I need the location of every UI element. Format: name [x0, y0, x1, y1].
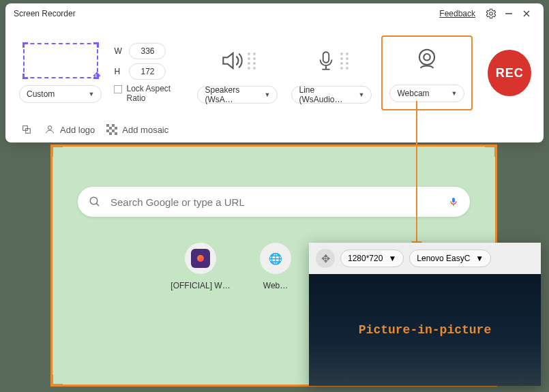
- pip-window[interactable]: ✥ 1280*720 ▼ Lenovo EasyC ▼ Picture-in-p…: [309, 243, 541, 386]
- height-input[interactable]: [129, 63, 166, 80]
- svg-rect-20: [115, 132, 117, 135]
- svg-rect-13: [106, 124, 109, 127]
- svg-point-0: [490, 12, 493, 16]
- search-icon: [89, 196, 101, 208]
- dimensions-column: W H Lock Aspect Ratio: [114, 43, 181, 103]
- chevron-down-icon: ▼: [388, 254, 396, 263]
- shortcut-item[interactable]: 🌐 Web…: [241, 243, 310, 290]
- mic-dropdown-label: Line (WsAudio…: [299, 85, 358, 104]
- google-logo-partial: ◡: [289, 145, 322, 164]
- pip-overlay-text: Picture-in-picture: [359, 323, 491, 337]
- minimize-icon[interactable]: [500, 5, 518, 22]
- mic-column: Line (WsAudio… ▼: [287, 42, 376, 104]
- svg-rect-19: [109, 132, 112, 135]
- settings-icon[interactable]: [482, 5, 500, 22]
- pip-move-handle-icon[interactable]: ✥: [316, 249, 335, 268]
- height-label: H: [114, 67, 123, 76]
- feedback-link[interactable]: Feedback: [439, 9, 475, 18]
- crop-icon: [20, 123, 33, 136]
- svg-rect-16: [115, 127, 117, 130]
- drag-dots-icon[interactable]: [248, 52, 250, 70]
- record-button[interactable]: REC: [488, 50, 531, 96]
- svg-line-22: [96, 203, 99, 206]
- drag-dots-icon[interactable]: [340, 52, 343, 70]
- svg-rect-14: [112, 124, 115, 127]
- webcam-icon: [414, 46, 440, 72]
- capture-mode-label: Custom: [27, 89, 55, 99]
- capture-mode-dropdown[interactable]: Custom ▼: [19, 85, 102, 103]
- svg-rect-23: [452, 198, 455, 202]
- search-bar[interactable]: [78, 187, 470, 217]
- add-logo-button[interactable]: Add logo: [44, 123, 95, 136]
- secondary-toolbar: Add logo Add mosaic: [5, 119, 544, 142]
- drag-dots-icon[interactable]: [253, 52, 256, 70]
- chevron-down-icon: ▼: [359, 91, 365, 98]
- svg-rect-18: [112, 130, 115, 132]
- speaker-column: Speakers (WsA… ▼: [193, 42, 282, 104]
- svg-rect-15: [109, 127, 112, 130]
- speaker-icon: [219, 48, 245, 74]
- drag-dots-icon[interactable]: [346, 52, 348, 70]
- app-title: Screen Recorder: [14, 9, 76, 18]
- chevron-down-icon: ▼: [89, 91, 95, 97]
- svg-point-9: [424, 54, 431, 61]
- svg-marker-4: [224, 53, 233, 68]
- shortcut-label: Web…: [263, 281, 288, 290]
- microphone-icon: [314, 48, 338, 74]
- shortcut-label: [OFFICIAL] W…: [170, 281, 230, 290]
- add-logo-label: Add logo: [60, 125, 95, 135]
- add-mosaic-button[interactable]: Add mosaic: [106, 123, 168, 136]
- speaker-dropdown[interactable]: Speakers (WsA… ▼: [197, 86, 278, 104]
- recorder-panel: Screen Recorder Feedback ✥ Custom ▼: [5, 3, 544, 142]
- pip-resolution-label: 1280*720: [348, 254, 383, 263]
- close-icon[interactable]: [518, 5, 535, 22]
- width-input[interactable]: [129, 43, 166, 59]
- chevron-down-icon: ▼: [451, 90, 458, 97]
- svg-point-21: [90, 197, 98, 205]
- person-icon: [44, 123, 56, 136]
- webcam-column: Webcam ▼: [381, 35, 473, 110]
- pip-resolution-dropdown[interactable]: 1280*720 ▼: [340, 250, 404, 267]
- svg-point-8: [419, 50, 434, 65]
- capture-column: ✥ Custom ▼: [19, 43, 102, 103]
- svg-point-12: [48, 126, 51, 130]
- app-icon: [191, 249, 210, 268]
- pip-device-label: Lenovo EasyC: [417, 254, 470, 263]
- width-label: W: [114, 46, 123, 56]
- voice-search-icon[interactable]: [448, 195, 459, 209]
- mosaic-icon: [106, 123, 118, 136]
- svg-rect-17: [106, 130, 109, 132]
- pip-toolbar: ✥ 1280*720 ▼ Lenovo EasyC ▼: [309, 243, 541, 274]
- search-input[interactable]: [110, 196, 439, 208]
- svg-rect-10: [23, 126, 28, 131]
- record-label: REC: [496, 66, 524, 80]
- add-mosaic-label: Add mosaic: [122, 125, 168, 135]
- crop-button[interactable]: [20, 123, 33, 136]
- lock-aspect-checkbox[interactable]: [114, 85, 122, 93]
- shortcut-item[interactable]: [OFFICIAL] W…: [166, 243, 235, 290]
- globe-icon: 🌐: [269, 252, 282, 265]
- chevron-down-icon: ▼: [265, 91, 271, 98]
- webcam-dropdown-label: Webcam: [397, 89, 429, 98]
- capture-region-preview[interactable]: ✥: [23, 43, 98, 78]
- controls-row: ✥ Custom ▼ W H Lock Aspect Ratio: [5, 24, 544, 119]
- svg-rect-5: [323, 52, 329, 63]
- pip-preview: Picture-in-picture: [309, 274, 541, 386]
- svg-rect-11: [26, 129, 31, 134]
- mic-dropdown[interactable]: Line (WsAudio… ▼: [291, 86, 372, 104]
- pip-device-dropdown[interactable]: Lenovo EasyC ▼: [409, 250, 491, 267]
- webcam-dropdown[interactable]: Webcam ▼: [389, 85, 464, 102]
- titlebar: Screen Recorder Feedback: [5, 3, 544, 24]
- chevron-down-icon: ▼: [475, 254, 484, 263]
- speaker-dropdown-label: Speakers (WsA…: [205, 85, 264, 104]
- move-handle-icon[interactable]: ✥: [93, 70, 101, 81]
- lock-aspect-label: Lock Aspect Ratio: [126, 84, 181, 103]
